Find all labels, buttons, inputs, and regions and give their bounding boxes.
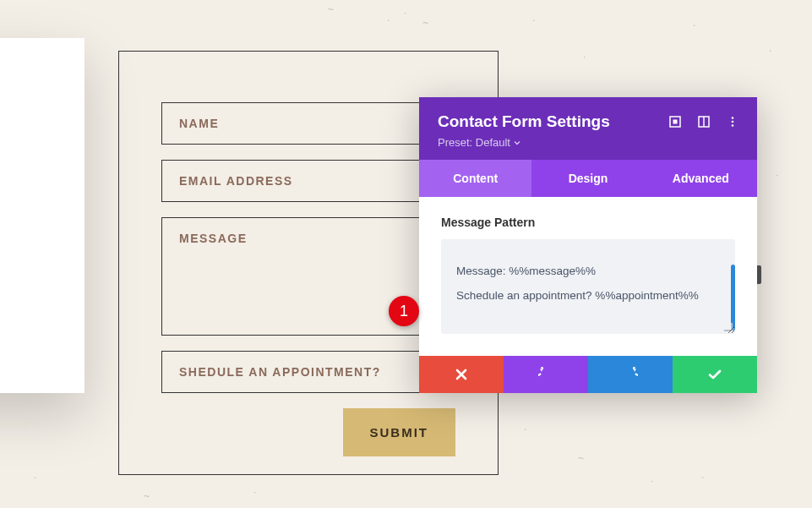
svg-rect-1 xyxy=(673,120,678,124)
left-card: age itasse nec. ic leo. xyxy=(0,38,84,393)
svg-point-4 xyxy=(732,117,734,119)
preset-dropdown[interactable]: Preset: Default xyxy=(438,136,520,149)
name-input[interactable]: NAME xyxy=(161,102,455,145)
email-input[interactable]: EMAIL ADDRESS xyxy=(161,160,455,202)
svg-point-5 xyxy=(732,121,734,123)
close-icon xyxy=(454,367,469,382)
tab-content[interactable]: Content xyxy=(419,160,531,197)
undo-icon xyxy=(538,367,553,382)
redo-button[interactable] xyxy=(588,356,673,393)
modal-tabs: Content Design Advanced xyxy=(419,160,757,197)
subtitle-line: itasse nec. xyxy=(0,325,54,345)
message-pattern-label: Message Pattern xyxy=(441,216,735,229)
subtitle-line: ic leo. xyxy=(0,345,54,365)
cancel-button[interactable] xyxy=(419,356,504,393)
chevron-down-icon xyxy=(514,139,520,146)
modal-footer xyxy=(419,356,757,393)
svg-point-6 xyxy=(732,124,734,127)
message-pattern-line: Message: %%message%% xyxy=(456,265,720,277)
modal-header[interactable]: Contact Form Settings Preset: Default xyxy=(419,97,757,160)
resize-handle-icon[interactable] xyxy=(724,323,733,331)
modal-body: Message Pattern Message: %%message%% Sch… xyxy=(419,197,757,356)
check-icon xyxy=(707,367,722,382)
scrollbar[interactable] xyxy=(731,265,735,330)
submit-button[interactable]: SUBMIT xyxy=(343,408,456,456)
annotation-badge-1: 1 xyxy=(389,296,419,326)
page-title-fragment: age xyxy=(0,136,54,185)
undo-button[interactable] xyxy=(504,356,588,393)
message-pattern-line: Schedule an appointment? %%appointment%% xyxy=(456,289,720,302)
appointment-input[interactable]: SHEDULE AN APPOINTMENT? xyxy=(161,351,455,393)
save-button[interactable] xyxy=(673,356,757,393)
more-icon[interactable] xyxy=(727,116,738,128)
columns-icon[interactable] xyxy=(698,116,710,128)
contact-form-settings-modal: Contact Form Settings Preset: Default Co… xyxy=(419,97,757,393)
redo-icon xyxy=(623,367,638,382)
tab-design[interactable]: Design xyxy=(531,160,644,197)
tab-advanced[interactable]: Advanced xyxy=(645,160,757,197)
expand-icon[interactable] xyxy=(669,116,681,128)
preset-label: Preset: Default xyxy=(438,136,510,149)
modal-title: Contact Form Settings xyxy=(438,112,610,131)
page-subtitle: itasse nec. ic leo. xyxy=(0,325,54,365)
message-pattern-textarea[interactable]: Message: %%message%% Schedule an appoint… xyxy=(441,239,735,334)
